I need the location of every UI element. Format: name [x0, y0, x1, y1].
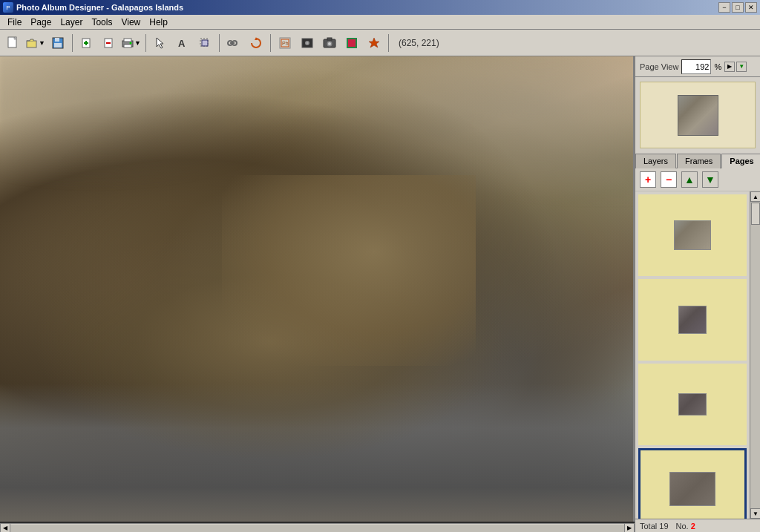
thumbnail-image — [678, 95, 718, 136]
zoom-out-arrow[interactable]: ▼ — [736, 62, 747, 72]
menu-bar: File Page Layer Tools View Help — [0, 15, 760, 30]
frame-tool[interactable]: Ph — [275, 33, 295, 53]
title-bar: P Photo Album Designer - Galapagos Islan… — [0, 0, 760, 15]
crop-tool[interactable] — [194, 33, 215, 53]
scroll-right-arrow[interactable]: ▶ — [624, 523, 635, 533]
move-page-up-button[interactable]: ▲ — [681, 171, 698, 188]
tab-pages[interactable]: Pages — [721, 154, 760, 168]
tab-frames[interactable]: Frames — [677, 154, 721, 168]
svg-rect-34 — [348, 39, 356, 47]
top-thumbnail[interactable] — [640, 82, 756, 148]
right-panel: Page View % ▶ ▼ Layers Frames Pages — [635, 56, 760, 532]
close-button[interactable]: ✕ — [745, 2, 757, 13]
svg-marker-15 — [157, 38, 163, 48]
no-label: No. 2 — [676, 522, 695, 531]
separator-5 — [388, 34, 389, 52]
svg-rect-4 — [55, 38, 59, 42]
save-button[interactable] — [48, 33, 68, 53]
print-button[interactable]: ▼ — [121, 33, 142, 53]
main-canvas[interactable] — [0, 56, 635, 522]
page-3-image — [678, 393, 707, 416]
coords-display: (625, 221) — [393, 36, 445, 50]
app-icon: P — [3, 2, 13, 13]
scroll-up-arrow[interactable]: ▲ — [750, 191, 760, 202]
svg-text:A: A — [178, 38, 186, 49]
effect-tool[interactable] — [364, 33, 384, 53]
new-button[interactable] — [3, 33, 24, 53]
photo-tool[interactable] — [297, 33, 318, 53]
horizontal-scrollbar[interactable]: ◀ ▶ — [0, 522, 635, 532]
no-value: 2 — [691, 522, 695, 531]
canvas-wrapper: ◀ ▶ — [0, 56, 635, 532]
pages-content — [635, 191, 750, 519]
camera-tool[interactable] — [319, 33, 340, 53]
menu-layer[interactable]: Layer — [56, 16, 87, 29]
separator-2 — [145, 34, 146, 52]
page-thumb-1[interactable] — [638, 194, 747, 276]
canvas-area[interactable] — [0, 56, 635, 522]
pages-panel: ▲ ▼ — [635, 191, 760, 519]
main-area: ◀ ▶ Page View % ▶ ▼ Layers — [0, 56, 760, 532]
open-button[interactable]: ▼ — [25, 33, 46, 53]
menu-file[interactable]: File — [3, 16, 26, 29]
rotate-tool[interactable] — [246, 33, 266, 53]
add-page-button[interactable] — [76, 33, 97, 53]
page-view-arrows: ▶ ▼ — [724, 62, 747, 72]
page-view-header: Page View % ▶ ▼ — [635, 56, 760, 77]
chain-tool[interactable] — [223, 33, 244, 53]
menu-tools[interactable]: Tools — [87, 16, 117, 29]
page-view-label: Page View — [640, 62, 678, 71]
svg-rect-12 — [124, 39, 131, 42]
tab-layers[interactable]: Layers — [635, 154, 676, 168]
page-1-image — [674, 220, 711, 250]
svg-point-28 — [307, 42, 309, 44]
page-2-image — [678, 306, 707, 334]
svg-rect-32 — [327, 38, 332, 40]
scroll-thumb[interactable] — [751, 203, 760, 225]
page-view-input[interactable] — [681, 59, 711, 74]
title-bar-left: P Photo Album Designer - Galapagos Islan… — [3, 2, 183, 13]
tabs-bar: Layers Frames Pages — [635, 153, 760, 168]
add-page-ctrl-button[interactable]: + — [640, 171, 656, 188]
svg-rect-13 — [124, 45, 131, 47]
scroll-track-h[interactable] — [10, 525, 624, 532]
delete-page-ctrl-button[interactable]: − — [661, 171, 677, 188]
maximize-button[interactable]: □ — [732, 2, 744, 13]
title-bar-controls[interactable]: − □ ✕ — [718, 2, 757, 13]
window-title: Photo Album Designer - Galapagos Islands — [16, 3, 183, 12]
page-thumb-2[interactable] — [638, 279, 747, 361]
text-tool[interactable]: A — [172, 33, 193, 53]
menu-help[interactable]: Help — [145, 16, 172, 29]
vertical-scrollbar[interactable]: ▲ ▼ — [750, 191, 760, 519]
scroll-track-v[interactable] — [750, 202, 760, 508]
status-bar: Total 19 No. 2 — [635, 519, 760, 532]
svg-marker-35 — [369, 38, 379, 47]
zoom-in-arrow[interactable]: ▶ — [724, 62, 735, 72]
menu-view[interactable]: View — [117, 16, 145, 29]
tab-controls: + − ▲ ▼ — [635, 168, 760, 191]
separator-3 — [219, 34, 220, 52]
page-4-image — [669, 472, 715, 506]
minimize-button[interactable]: − — [718, 2, 730, 13]
toolbar: ▼ ▼ A Ph (625, 221 — [0, 30, 760, 56]
total-label: Total 19 — [640, 522, 669, 531]
pages-list[interactable] — [635, 191, 750, 519]
color-tool[interactable] — [341, 33, 362, 53]
scroll-down-arrow[interactable]: ▼ — [750, 508, 760, 519]
svg-point-14 — [130, 42, 132, 44]
separator-4 — [270, 34, 271, 52]
select-tool[interactable] — [150, 33, 171, 53]
move-page-down-button[interactable]: ▼ — [702, 171, 718, 188]
svg-rect-18 — [202, 40, 208, 46]
separator-1 — [72, 34, 73, 52]
page-thumb-3[interactable] — [638, 364, 747, 445]
delete-page-button[interactable] — [99, 33, 119, 53]
page-thumb-4[interactable] — [638, 448, 747, 519]
menu-page[interactable]: Page — [26, 16, 56, 29]
page-view-percent: % — [714, 62, 721, 71]
svg-point-31 — [328, 42, 331, 45]
svg-text:Ph: Ph — [282, 41, 289, 46]
scroll-left-arrow[interactable]: ◀ — [0, 523, 10, 533]
lizard-head — [222, 175, 476, 365]
svg-rect-2 — [27, 41, 36, 47]
